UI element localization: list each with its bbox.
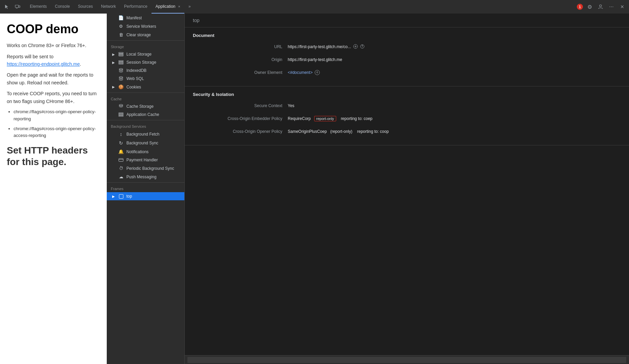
sidebar-item-cookies[interactable]: ▶ 🍪 Cookies xyxy=(107,83,184,91)
url-label: URL xyxy=(193,44,288,49)
devices-icon[interactable] xyxy=(14,3,22,11)
url-text: https://first-party-test.glitch.me/co... xyxy=(288,44,351,49)
tab-sources[interactable]: Sources xyxy=(74,0,97,14)
tab-close-icon[interactable]: × xyxy=(178,4,180,8)
flag-item-1: chrome://flags#cross-origin-opener-polic… xyxy=(14,108,100,123)
sidebar-item-label: Push Messaging xyxy=(126,175,157,179)
sidebar-item-indexeddb[interactable]: IndexedDB xyxy=(107,66,184,75)
sidebar-item-cache-storage[interactable]: Cache Storage xyxy=(107,102,184,110)
security-section: Security & Isolation Secure Context Yes … xyxy=(185,86,629,145)
divider xyxy=(107,120,184,120)
sidebar-item-label: Payment Handler xyxy=(126,158,158,162)
sidebar-item-bg-fetch[interactable]: ↕ Background Fetch xyxy=(107,130,184,139)
svg-rect-9 xyxy=(119,63,123,64)
reports-link[interactable]: https://reporting-endpoint.glitch.me xyxy=(7,61,80,67)
sidebar-item-label: Clear storage xyxy=(126,33,151,37)
sidebar-item-notifications[interactable]: 🔔 Notifications xyxy=(107,147,184,156)
svg-rect-14 xyxy=(119,114,123,115)
coep-report-only-badge: report-only xyxy=(314,116,336,121)
app-cache-icon xyxy=(118,113,124,117)
owner-element-value: <#document> xyxy=(288,70,320,75)
error-count-badge[interactable]: 1 xyxy=(577,4,583,10)
tab-network[interactable]: Network xyxy=(97,0,120,14)
bg-section-label: Background Services xyxy=(107,122,184,130)
sidebar-item-payment-handler[interactable]: Payment Handler xyxy=(107,156,184,164)
svg-rect-5 xyxy=(119,54,123,55)
frame-header: top xyxy=(185,14,629,27)
svg-point-11 xyxy=(119,77,123,78)
url-row: URL https://first-party-test.glitch.me/c… xyxy=(193,42,621,52)
svg-rect-0 xyxy=(15,5,19,7)
tab-application[interactable]: Application × xyxy=(151,0,184,14)
sidebar-item-label: Service Workers xyxy=(126,24,156,29)
svg-rect-8 xyxy=(119,62,123,63)
origin-row: Origin https://first-party-test.glitch.m… xyxy=(193,55,621,64)
sidebar-item-bg-sync[interactable]: ↻ Background Sync xyxy=(107,139,184,147)
sidebar-item-manifest[interactable]: 📄 Manifest xyxy=(107,14,184,22)
more-options-icon[interactable]: ··· xyxy=(607,3,615,11)
tab-elements[interactable]: Elements xyxy=(26,0,51,14)
svg-rect-7 xyxy=(119,61,123,62)
secure-context-label: Secure Context xyxy=(193,103,288,108)
storage-icon xyxy=(118,52,124,56)
svg-point-12 xyxy=(119,104,123,106)
close-devtools-icon[interactable]: × xyxy=(618,3,626,11)
sidebar-item-label: Periodic Background Sync xyxy=(126,166,174,171)
main-content-panel: top Document URL https://first-party-tes… xyxy=(185,14,629,364)
devtools-topbar: Elements Console Sources Network Perform… xyxy=(0,0,629,14)
sidebar-item-periodic-bg-sync[interactable]: ⏱ Periodic Background Sync xyxy=(107,164,184,173)
svg-rect-15 xyxy=(119,116,123,117)
coop-reporting-text: reporting to: coop xyxy=(357,129,389,134)
settings-icon[interactable]: ⚙ xyxy=(586,3,594,11)
periodic-sync-icon: ⏱ xyxy=(118,166,124,171)
sidebar-item-label: Local Storage xyxy=(126,52,151,57)
svg-point-10 xyxy=(119,68,123,70)
refresh-url-icon[interactable] xyxy=(360,44,365,50)
coop-label: Cross-Origin Opener Policy xyxy=(193,129,288,134)
sidebar-item-label: Web SQL xyxy=(126,76,144,81)
topbar-left-icons xyxy=(3,3,26,11)
sidebar-item-session-storage[interactable]: ▶ Session Storage xyxy=(107,58,184,66)
owner-element-icon[interactable] xyxy=(314,70,320,75)
page-body: Works on Chrome 83+ or Firefox 76+. Repo… xyxy=(7,42,100,167)
cache-section-label: Cache xyxy=(107,94,184,102)
topbar-right-actions: 1 ⚙ ··· × xyxy=(577,3,626,11)
tab-console[interactable]: Console xyxy=(51,0,74,14)
sidebar-item-web-sql[interactable]: Web SQL xyxy=(107,75,184,83)
sidebar-item-top-frame[interactable]: ▶ top xyxy=(107,192,184,200)
sidebar-item-application-cache[interactable]: Application Cache xyxy=(107,110,184,119)
coep-row: Cross-Origin Embedder Policy RequireCorp… xyxy=(193,114,621,123)
security-section-title: Security & Isolation xyxy=(193,92,621,97)
tab-more[interactable]: » xyxy=(184,0,195,14)
origin-value: https://first-party-test.glitch.me xyxy=(288,57,342,62)
user-icon[interactable] xyxy=(596,3,605,11)
sidebar-item-label: Session Storage xyxy=(126,60,156,65)
owner-element-link[interactable]: <#document> xyxy=(288,70,312,75)
sidebar-item-clear-storage[interactable]: 🗑 Clear storage xyxy=(107,31,184,39)
works-on-text: Works on Chrome 83+ or Firefox 76+. xyxy=(7,42,100,49)
storage-icon xyxy=(118,60,124,64)
cache-icon xyxy=(118,104,124,109)
sidebar-item-local-storage[interactable]: ▶ Local Storage xyxy=(107,50,184,58)
sidebar-item-service-workers[interactable]: ⚙ Service Workers xyxy=(107,22,184,31)
sidebar-item-push-messaging[interactable]: ☁ Push Messaging xyxy=(107,173,184,181)
console-input[interactable] xyxy=(187,357,626,363)
db-icon xyxy=(118,76,124,81)
cookie-icon: 🍪 xyxy=(118,84,124,89)
svg-point-3 xyxy=(600,5,602,7)
trash-icon: 🗑 xyxy=(118,32,124,37)
owner-element-label: Owner Element xyxy=(193,70,288,75)
sidebar-item-label: Application Cache xyxy=(126,112,159,117)
topbar-tabs: Elements Console Sources Network Perform… xyxy=(26,0,577,14)
secure-context-text: Yes xyxy=(288,103,295,108)
fetch-icon: ↕ xyxy=(118,132,124,137)
svg-rect-6 xyxy=(119,55,123,56)
divider xyxy=(107,182,184,183)
sync-icon: ↻ xyxy=(118,140,124,146)
url-value: https://first-party-test.glitch.me/co... xyxy=(288,44,365,50)
copy-url-icon[interactable] xyxy=(353,44,358,50)
devtools-panel: 📄 Manifest ⚙ Service Workers 🗑 Clear sto… xyxy=(107,14,629,364)
cursor-icon[interactable] xyxy=(3,3,11,11)
empty-space xyxy=(185,145,629,355)
tab-performance[interactable]: Performance xyxy=(120,0,151,14)
